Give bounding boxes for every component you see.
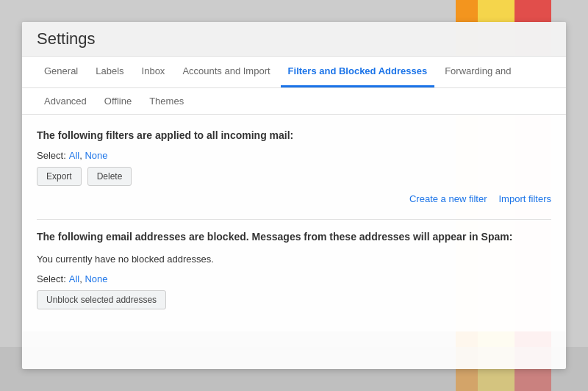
tab-offline[interactable]: Offline	[97, 88, 139, 114]
filters-btn-row: Export Delete	[37, 167, 551, 186]
settings-panel: Settings General Labels Inbox Accounts a…	[22, 22, 566, 369]
import-filters-link[interactable]: Import filters	[498, 193, 551, 204]
filters-select-none[interactable]: None	[85, 150, 107, 161]
main-content: The following filters are applied to all…	[22, 115, 566, 331]
delete-button[interactable]: Delete	[87, 167, 132, 186]
blocked-select-label: Select:	[37, 273, 66, 284]
blocked-select-none[interactable]: None	[85, 273, 107, 284]
blocked-btn-row: Unblock selected addresses	[37, 290, 551, 309]
filters-section-title: The following filters are applied to all…	[37, 129, 551, 141]
blocked-select-all[interactable]: All	[69, 273, 79, 284]
unblock-button[interactable]: Unblock selected addresses	[37, 290, 166, 309]
no-blocked-message: You currently have no blocked addresses.	[37, 254, 551, 265]
primary-nav: General Labels Inbox Accounts and Import…	[22, 57, 566, 88]
blocked-select-comma: ,	[79, 273, 85, 284]
tab-labels[interactable]: Labels	[88, 57, 131, 87]
create-filter-row: Create a new filter Import filters	[37, 193, 551, 204]
blocked-section-title: The following email addresses are blocke…	[37, 230, 551, 245]
tab-accounts-import[interactable]: Accounts and Import	[175, 57, 277, 87]
tab-general[interactable]: General	[37, 57, 85, 87]
tab-inbox[interactable]: Inbox	[135, 57, 173, 87]
settings-title: Settings	[37, 29, 96, 48]
tab-forwarding[interactable]: Forwarding and	[437, 57, 518, 87]
tab-filters-blocked[interactable]: Filters and Blocked Addresses	[281, 57, 435, 87]
tab-themes[interactable]: Themes	[142, 88, 191, 114]
section-divider	[37, 219, 551, 220]
filters-select-label: Select:	[37, 150, 66, 161]
blocked-select-row: Select: All , None	[37, 273, 551, 284]
tab-advanced[interactable]: Advanced	[37, 88, 94, 114]
filters-select-comma: ,	[79, 150, 85, 161]
create-filter-link[interactable]: Create a new filter	[409, 193, 487, 204]
filters-select-all[interactable]: All	[69, 150, 79, 161]
export-button[interactable]: Export	[37, 167, 82, 186]
settings-header: Settings	[22, 22, 566, 57]
filters-select-row: Select: All , None	[37, 150, 551, 161]
secondary-nav: Advanced Offline Themes	[22, 88, 566, 115]
